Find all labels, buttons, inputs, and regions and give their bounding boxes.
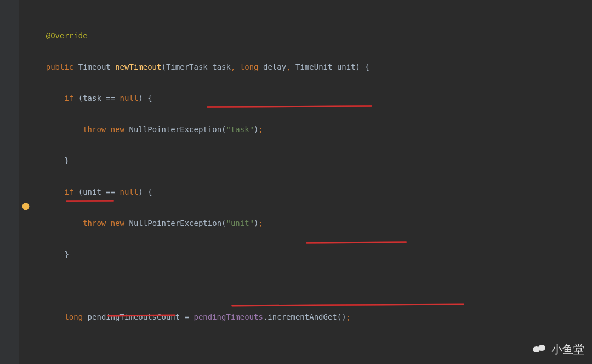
annotation-stroke [306,241,407,243]
code-line: throw new NullPointerException("task"); [27,124,540,135]
code-line: long pendingTimeoutsCount = pendingTimeo… [27,312,540,322]
wechat-icon [533,343,547,355]
annotation-stroke [207,105,372,108]
watermark: 小鱼堂 [533,343,584,355]
code-editor[interactable]: @Override public Timeout newTimeout(Time… [0,0,592,364]
annotation-stroke [66,200,114,202]
code-line: throw new NullPointerException("unit"); [27,218,540,229]
code-line: public Timeout newTimeout(TimerTask task… [27,62,540,72]
code-line: if (unit == null) { [27,187,540,197]
code-line [27,281,540,291]
code-line: } [27,156,540,166]
code-line: } [27,249,540,260]
code-line [27,343,540,354]
annotation-stroke [231,304,464,307]
gutter [0,0,19,364]
watermark-text: 小鱼堂 [551,344,584,355]
code-area[interactable]: @Override public Timeout newTimeout(Time… [19,0,540,364]
code-line: if (task == null) { [27,93,540,104]
code-line: @Override [27,31,540,41]
